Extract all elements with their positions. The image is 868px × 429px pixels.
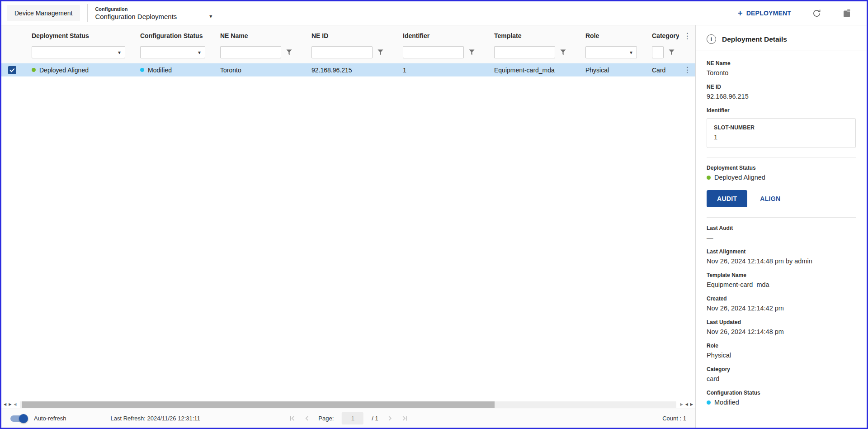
- ne-id-label: NE ID: [707, 84, 856, 90]
- page-label: Page:: [318, 415, 334, 422]
- cell-ne-name: Toronto: [212, 67, 303, 74]
- configuration-status-label: Configuration Status: [707, 390, 856, 396]
- cell-identifier: 1: [394, 67, 486, 74]
- filter-icon[interactable]: [373, 49, 388, 55]
- last-alignment-value: Nov 26, 2024 12:14:48 pm by admin: [707, 257, 856, 265]
- horizontal-scrollbar: ◀ ▶ ◀ ▶ ◀ ▶: [1, 400, 695, 409]
- last-page-button[interactable]: [401, 415, 408, 422]
- ne-name-label: NE Name: [707, 60, 856, 67]
- filter-icon[interactable]: [555, 49, 571, 55]
- ne-name-value: Toronto: [707, 69, 856, 76]
- table-menu-icon[interactable]: ⋮: [684, 32, 691, 40]
- scrollbar-track[interactable]: [20, 401, 676, 408]
- filter-icon[interactable]: [281, 49, 297, 55]
- cell-deployment-status: Deployed Aligned: [23, 67, 132, 74]
- identifier-value: 1: [714, 133, 849, 141]
- row-count: Count : 1: [662, 415, 686, 422]
- row-checkbox-checked[interactable]: [8, 66, 16, 74]
- identifier-label: Identifier: [707, 107, 856, 114]
- table-row[interactable]: Deployed Aligned Modified Toronto 92.168…: [1, 63, 695, 76]
- top-bar: Device Management Configuration Configur…: [1, 1, 867, 25]
- info-icon: i: [707, 34, 716, 44]
- role-label: Role: [707, 343, 856, 349]
- last-audit-value: —: [707, 234, 856, 241]
- scroll-step-left-icon[interactable]: ◀: [14, 403, 16, 406]
- scroll-right-icon[interactable]: ▶: [690, 403, 693, 406]
- column-header-category[interactable]: Category: [643, 32, 679, 39]
- last-refresh-text: Last Refresh: 2024/11/26 12:31:11: [111, 415, 200, 422]
- identifier-filter-input[interactable]: [403, 46, 464, 58]
- chevron-left-icon: [303, 415, 310, 422]
- scroll-step-right-icon[interactable]: ▶: [680, 403, 683, 406]
- role-filter-select[interactable]: ▾: [585, 46, 637, 58]
- category-label: Category: [707, 366, 856, 372]
- last-page-icon: [401, 415, 408, 422]
- page-total: / 1: [372, 415, 378, 422]
- audit-button[interactable]: AUDIT: [707, 190, 747, 207]
- chevron-right-icon: [387, 415, 393, 422]
- next-page-button[interactable]: [387, 415, 393, 422]
- scrollbar-thumb[interactable]: [22, 401, 494, 408]
- template-filter-input[interactable]: [494, 46, 555, 58]
- view-selector[interactable]: Configuration Configuration Deployments …: [95, 6, 212, 20]
- deployment-status-label: Deployment Status: [707, 165, 856, 171]
- column-header-ne-name[interactable]: NE Name: [212, 32, 303, 39]
- last-updated-value: Nov 26, 2024 12:14:48 pm: [707, 328, 856, 335]
- column-header-role[interactable]: Role: [577, 32, 643, 39]
- column-header-ne-id[interactable]: NE ID: [303, 32, 394, 39]
- status-bar: Auto-refresh Last Refresh: 2024/11/26 12…: [1, 409, 695, 428]
- filter-icon[interactable]: [464, 49, 479, 55]
- chevron-down-icon[interactable]: ▾: [209, 14, 212, 19]
- column-header-configuration-status[interactable]: Configuration Status: [132, 32, 212, 39]
- topbar-divider: [87, 4, 88, 22]
- column-header-template[interactable]: Template: [486, 32, 577, 39]
- row-menu-icon[interactable]: ⋮: [684, 66, 691, 74]
- configuration-status-filter-select[interactable]: ▾: [140, 46, 205, 58]
- plus-icon: +: [738, 9, 743, 17]
- device-management-button[interactable]: Device Management: [7, 5, 80, 21]
- section-divider: [707, 217, 856, 218]
- panel-title: Deployment Details: [722, 35, 787, 43]
- configuration-status-value: Modified: [714, 399, 739, 406]
- scroll-right-icon[interactable]: ▶: [9, 403, 11, 406]
- page-number-input[interactable]: [342, 412, 363, 424]
- scroll-left-icon[interactable]: ◀: [685, 403, 688, 406]
- created-label: Created: [707, 296, 856, 302]
- filter-row: ▾ ▾: [1, 46, 695, 63]
- deployment-status-filter-select[interactable]: ▾: [32, 46, 125, 58]
- last-alignment-label: Last Alignment: [707, 248, 856, 255]
- category-value: card: [707, 375, 856, 382]
- deployment-status-value: Deployed Aligned: [714, 174, 765, 181]
- first-page-icon: [288, 415, 295, 422]
- green-status-dot-icon: [32, 68, 36, 72]
- table-empty-space: [1, 76, 695, 400]
- filter-icon[interactable]: [664, 49, 679, 55]
- auto-refresh-toggle[interactable]: [10, 414, 27, 423]
- first-page-button[interactable]: [288, 415, 295, 422]
- align-button[interactable]: ALIGN: [760, 195, 780, 202]
- add-deployment-button[interactable]: + DEPLOYMENT: [738, 9, 791, 17]
- previous-page-button[interactable]: [303, 415, 310, 422]
- table-header: Deployment Status Configuration Status N…: [1, 25, 695, 63]
- app-window: Device Management Configuration Configur…: [0, 0, 868, 429]
- deployments-table-area: Deployment Status Configuration Status N…: [1, 25, 696, 428]
- ne-id-filter-input[interactable]: [311, 46, 373, 58]
- template-name-value: Equipment-card_mda: [707, 281, 856, 288]
- scroll-left-icon[interactable]: ◀: [4, 403, 6, 406]
- auto-refresh-label: Auto-refresh: [34, 415, 66, 422]
- ne-name-filter-input[interactable]: [220, 46, 281, 58]
- refresh-button[interactable]: [812, 9, 821, 18]
- cell-template: Equipment-card_mda: [486, 67, 577, 74]
- column-header-identifier[interactable]: Identifier: [394, 32, 486, 39]
- column-header-deployment-status[interactable]: Deployment Status: [23, 32, 132, 39]
- deployment-details-panel: i Deployment Details NE Name Toronto NE …: [696, 25, 867, 428]
- ne-id-value: 92.168.96.215: [707, 93, 856, 100]
- table-settings-button[interactable]: [842, 9, 851, 18]
- role-value: Physical: [707, 352, 856, 359]
- created-value: Nov 26, 2024 12:14:42 pm: [707, 305, 856, 312]
- chevron-down-icon: ▾: [630, 50, 632, 55]
- section-divider: [707, 157, 856, 157]
- view-selector-category: Configuration: [95, 6, 212, 12]
- chevron-down-icon: ▾: [118, 50, 121, 55]
- category-filter-input[interactable]: [652, 46, 664, 58]
